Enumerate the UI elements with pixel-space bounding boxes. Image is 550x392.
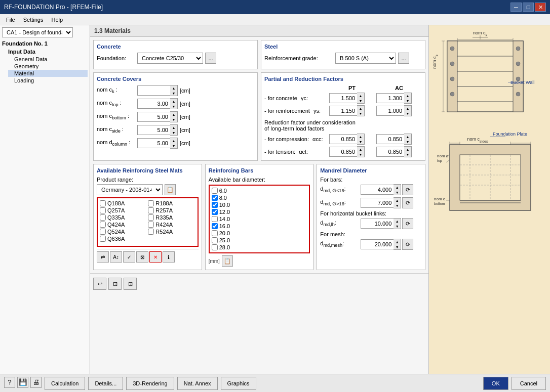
sidebar-item-general-data[interactable]: General Data [8, 56, 88, 63]
dmdmesh-up[interactable]: ▲ [394, 239, 401, 244]
nomdc-down[interactable]: ▼ [170, 143, 177, 148]
nomcside-down[interactable]: ▼ [170, 130, 177, 135]
bar-28[interactable]: 28.0 [212, 244, 307, 250]
concrete-ac-up[interactable]: ▲ [404, 93, 411, 98]
tension-ac-field[interactable] [376, 147, 404, 157]
nomcbottom-field[interactable] [137, 112, 170, 122]
mat-R524A[interactable]: R524A [148, 229, 195, 235]
concrete-pt-field[interactable] [329, 93, 357, 103]
product-range-dropdown[interactable]: Germany - 2008-01-01 [97, 184, 163, 195]
dmdmesh-down[interactable]: ▼ [394, 244, 401, 249]
tension-ac-down[interactable]: ▼ [404, 152, 411, 157]
nomcbottom-down[interactable]: ▼ [170, 117, 177, 122]
tension-pt-field[interactable] [329, 147, 357, 157]
mat-Q188A[interactable]: Q188A [100, 200, 147, 206]
mat-Q524A[interactable]: Q524A [100, 229, 147, 235]
mat-Q335A[interactable]: Q335A [100, 214, 147, 221]
dmdlh-field[interactable] [361, 219, 394, 229]
rein-ac-up[interactable]: ▲ [404, 106, 411, 111]
mat-R188A[interactable]: R188A [148, 200, 195, 206]
dmd1-down[interactable]: ▼ [394, 190, 401, 195]
ok-button[interactable]: OK [483, 377, 508, 390]
nomck-field[interactable] [137, 85, 170, 96]
compr-ac-field[interactable] [376, 134, 404, 144]
nomdc-field[interactable] [137, 138, 170, 148]
concrete-pt-up[interactable]: ▲ [357, 93, 364, 98]
mat-btn-4[interactable]: ⊠ [136, 251, 148, 263]
nomdc-up[interactable]: ▲ [170, 138, 177, 143]
nomctop-down[interactable]: ▼ [170, 104, 177, 109]
sidebar-item-material[interactable]: Material [8, 70, 88, 77]
tension-pt-down[interactable]: ▼ [357, 152, 364, 157]
foundation-dropdown[interactable]: Concrete C25/30 [137, 53, 203, 64]
bar-10[interactable]: 10.0 [212, 202, 307, 208]
details-button[interactable]: Details... [88, 377, 123, 390]
nomck-down[interactable]: ▼ [170, 91, 177, 96]
bar-12[interactable]: 12.0 [212, 209, 307, 215]
nomctop-up[interactable]: ▲ [170, 99, 177, 104]
menu-help[interactable]: Help [47, 16, 67, 24]
steel-edit-btn[interactable]: ... [398, 53, 409, 64]
compr-ac-up[interactable]: ▲ [404, 134, 411, 139]
compr-pt-up[interactable]: ▲ [357, 134, 364, 139]
bar-14[interactable]: 14.0 [212, 216, 307, 222]
compr-ac-down[interactable]: ▼ [404, 139, 411, 144]
mat-Q424A[interactable]: Q424A [100, 222, 147, 228]
compr-pt-field[interactable] [329, 134, 357, 144]
tension-pt-up[interactable]: ▲ [357, 147, 364, 152]
rein-pt-down[interactable]: ▼ [357, 111, 364, 116]
nomcside-up[interactable]: ▲ [170, 125, 177, 130]
concrete-ac-field[interactable] [376, 93, 404, 103]
paste-btn[interactable]: ⊡ [124, 278, 137, 290]
bar-8[interactable]: 8.0 [212, 195, 307, 201]
3d-rendering-button[interactable]: 3D-Rendering [126, 377, 174, 390]
maximize-button[interactable]: □ [523, 3, 534, 12]
copy-btn[interactable]: ⊡ [108, 278, 122, 290]
compr-pt-down[interactable]: ▼ [357, 139, 364, 144]
save-icon-btn[interactable]: 💾 [17, 377, 28, 388]
mat-R335A[interactable]: R335A [148, 214, 195, 221]
cancel-button[interactable]: Cancel [512, 377, 546, 390]
mat-R257A[interactable]: R257A [148, 207, 195, 213]
nomck-up[interactable]: ▲ [170, 85, 177, 91]
rein-ac-down[interactable]: ▼ [404, 111, 411, 116]
mat-Q257A[interactable]: Q257A [100, 207, 147, 213]
sidebar-item-loading[interactable]: Loading [8, 77, 88, 84]
undo-btn[interactable]: ↩ [93, 278, 106, 290]
mat-btn-delete[interactable]: ✕ [149, 251, 162, 263]
sidebar-item-geometry[interactable]: Geometry [8, 63, 88, 70]
help-icon-btn[interactable]: ? [4, 377, 15, 388]
mat-btn-info[interactable]: ℹ [163, 251, 175, 263]
case-dropdown[interactable]: CA1 - Design of foundations [2, 27, 73, 37]
dmd2-up[interactable]: ▲ [394, 198, 401, 203]
dmd1-field[interactable] [361, 185, 394, 195]
dmd1-edit[interactable]: ⟳ [402, 184, 413, 195]
bar-16[interactable]: 16.0 [212, 223, 307, 229]
concrete-edit-btn[interactable]: ... [205, 53, 216, 64]
mat-btn-2[interactable]: A↕ [110, 251, 122, 263]
print-icon-btn[interactable]: 🖨 [30, 377, 42, 388]
close-button[interactable]: ✕ [535, 3, 546, 12]
steel-grade-dropdown[interactable]: B 500 S (A) [335, 53, 396, 64]
nomctop-field[interactable] [137, 99, 170, 109]
bar-25[interactable]: 25.0 [212, 237, 307, 243]
calculation-button[interactable]: Calculation [45, 377, 85, 390]
dmdmesh-edit[interactable]: ⟳ [402, 239, 413, 250]
nat-annex-button[interactable]: Nat. Annex [177, 377, 218, 390]
dmd2-edit[interactable]: ⟳ [402, 197, 413, 208]
bars-edit-btn[interactable]: 📋 [222, 255, 233, 267]
rein-pt-up[interactable]: ▲ [357, 106, 364, 111]
dmdlh-down[interactable]: ▼ [394, 224, 401, 229]
menu-file[interactable]: File [2, 16, 19, 24]
dmd1-up[interactable]: ▲ [394, 185, 401, 190]
tension-ac-up[interactable]: ▲ [404, 147, 411, 152]
menu-settings[interactable]: Settings [19, 16, 48, 24]
mat-btn-1[interactable]: ⇄ [97, 251, 109, 263]
nomcbottom-up[interactable]: ▲ [170, 112, 177, 117]
bar-6[interactable]: 6.0 [212, 188, 307, 194]
dmd2-down[interactable]: ▼ [394, 203, 401, 208]
minimize-button[interactable]: ─ [510, 3, 522, 12]
concrete-ac-down[interactable]: ▼ [404, 98, 411, 103]
mat-R424A[interactable]: R424A [148, 222, 195, 228]
concrete-pt-down[interactable]: ▼ [357, 98, 364, 103]
